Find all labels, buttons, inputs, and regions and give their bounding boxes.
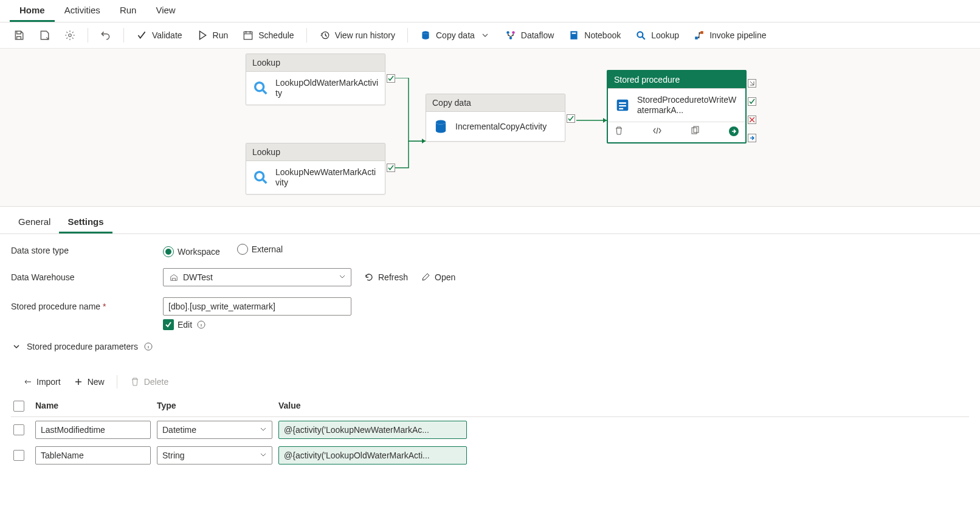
col-value: Value	[278, 401, 969, 412]
import-button[interactable]: Import	[18, 374, 64, 390]
success-connector[interactable]	[387, 74, 395, 83]
info-icon[interactable]	[196, 319, 207, 330]
run-activity-icon[interactable]	[728, 126, 739, 139]
open-label: Open	[435, 272, 455, 282]
notebook-button[interactable]: Notebook	[562, 26, 627, 44]
notebook-label: Notebook	[584, 30, 621, 40]
validate-button[interactable]: Validate	[130, 26, 188, 44]
param-type-select[interactable]: Datetime	[157, 421, 272, 439]
tab-settings[interactable]: Settings	[59, 212, 112, 233]
success-connector[interactable]	[387, 164, 395, 172]
chevron-down-icon	[480, 30, 491, 41]
undo-button[interactable]	[94, 26, 117, 44]
param-name-input[interactable]: TableName	[35, 446, 151, 464]
param-value-input[interactable]: @{activity('LookupOldWaterMarkActi...	[278, 446, 467, 464]
svg-rect-7	[571, 31, 578, 40]
radio-workspace[interactable]: Workspace	[163, 246, 220, 257]
schedule-button[interactable]: Schedule	[236, 26, 300, 44]
activity-name: IncrementalCopyActivity	[455, 122, 547, 132]
edit-checkbox[interactable]	[163, 319, 174, 330]
param-name-input[interactable]: LastModifiedtime	[35, 421, 151, 439]
dataflow-label: Dataflow	[521, 30, 554, 40]
delete-icon[interactable]	[614, 126, 624, 139]
activity-stored-procedure[interactable]: Stored procedure StoredProceduretoWriteW…	[607, 70, 747, 143]
info-icon[interactable]	[143, 341, 154, 352]
svg-point-9	[638, 32, 643, 37]
tab-general[interactable]: General	[10, 212, 59, 233]
warehouse-icon	[168, 272, 179, 283]
plus-icon	[73, 376, 84, 387]
refresh-icon	[364, 272, 374, 283]
code-icon[interactable]	[652, 126, 662, 139]
svg-rect-1	[244, 32, 253, 39]
param-value-input[interactable]: @{activity('LookupNewWaterMarkAc...	[278, 421, 467, 439]
notebook-icon	[568, 30, 579, 41]
activity-incremental-copy[interactable]: Copy data IncrementalCopyActivity	[426, 94, 565, 142]
stored-procedure-icon	[614, 97, 631, 114]
open-button[interactable]: Open	[420, 272, 455, 283]
sp-params-section-toggle[interactable]: Stored procedure parameters	[11, 341, 969, 352]
radio-external-label: External	[252, 244, 283, 254]
invoke-pipeline-label: Invoke pipeline	[709, 30, 766, 40]
chevron-down-icon	[11, 341, 22, 352]
pipeline-canvas[interactable]: Lookup LookupOldWaterMarkActivity Lookup…	[0, 49, 980, 207]
sp-name-input[interactable]: [dbo].[usp_write_watermark]	[163, 297, 351, 316]
svg-point-4	[506, 31, 509, 34]
success-connector[interactable]	[748, 97, 756, 106]
col-type: Type	[157, 401, 278, 412]
activity-type-label: Stored procedure	[608, 71, 745, 89]
activity-lookup-new-watermark[interactable]: Lookup LookupNewWaterMarkActivity	[246, 143, 385, 195]
view-run-history-button[interactable]: View run history	[313, 26, 401, 44]
tab-home[interactable]: Home	[10, 0, 55, 22]
save-as-button[interactable]	[33, 26, 56, 44]
refresh-button[interactable]: Refresh	[364, 272, 408, 283]
toolbar: Validate Run Schedule View run history C…	[0, 22, 980, 49]
sp-name-value: [dbo].[usp_write_watermark]	[168, 302, 275, 311]
save-as-icon	[39, 30, 50, 41]
activity-type-label: Copy data	[426, 94, 565, 112]
view-run-history-label: View run history	[335, 30, 395, 40]
delete-button[interactable]: Delete	[126, 374, 172, 390]
sp-params-title: Stored procedure parameters	[27, 342, 138, 351]
search-icon	[635, 30, 646, 41]
run-label: Run	[213, 30, 229, 40]
success-connector[interactable]	[567, 114, 575, 123]
top-tabs: Home Activities Run View	[0, 0, 980, 22]
lookup-button[interactable]: Lookup	[629, 26, 685, 44]
radio-external[interactable]: External	[237, 244, 283, 255]
copy-icon[interactable]	[690, 126, 700, 139]
fail-connector[interactable]	[748, 116, 756, 124]
activity-lookup-old-watermark[interactable]: Lookup LookupOldWaterMarkActivity	[246, 54, 385, 105]
data-warehouse-select[interactable]: DWTest	[163, 268, 351, 286]
edit-label: Edit	[178, 320, 192, 330]
settings-panel: Data store type Workspace External Data …	[0, 234, 980, 370]
new-button[interactable]: New	[69, 374, 108, 390]
dataflow-button[interactable]: Dataflow	[499, 26, 560, 44]
data-warehouse-label: Data Warehouse	[11, 272, 151, 282]
copy-data-button[interactable]: Copy data	[414, 26, 497, 44]
validate-label: Validate	[152, 30, 182, 40]
svg-point-13	[255, 171, 264, 180]
tab-activities[interactable]: Activities	[55, 0, 110, 22]
row-checkbox[interactable]	[13, 424, 24, 435]
gear-icon	[64, 30, 75, 41]
param-type-select[interactable]: String	[157, 446, 272, 464]
svg-rect-10	[695, 36, 698, 40]
settings-button[interactable]	[58, 26, 81, 44]
skip-connector[interactable]	[748, 79, 756, 88]
row-checkbox[interactable]	[13, 450, 24, 461]
chevron-down-icon	[339, 272, 346, 282]
data-store-type-label: Data store type	[11, 246, 151, 255]
run-button[interactable]: Run	[191, 26, 235, 44]
tab-run[interactable]: Run	[110, 0, 147, 22]
check-icon	[136, 30, 147, 41]
data-warehouse-value: DWTest	[183, 272, 213, 282]
completion-connector[interactable]	[748, 134, 756, 142]
save-button[interactable]	[7, 26, 30, 44]
new-label: New	[88, 377, 105, 387]
chevron-down-icon	[260, 425, 267, 435]
calendar-icon	[243, 30, 254, 41]
select-all-checkbox[interactable]	[13, 401, 24, 412]
tab-view[interactable]: View	[146, 0, 185, 22]
invoke-pipeline-button[interactable]: Invoke pipeline	[688, 26, 772, 44]
